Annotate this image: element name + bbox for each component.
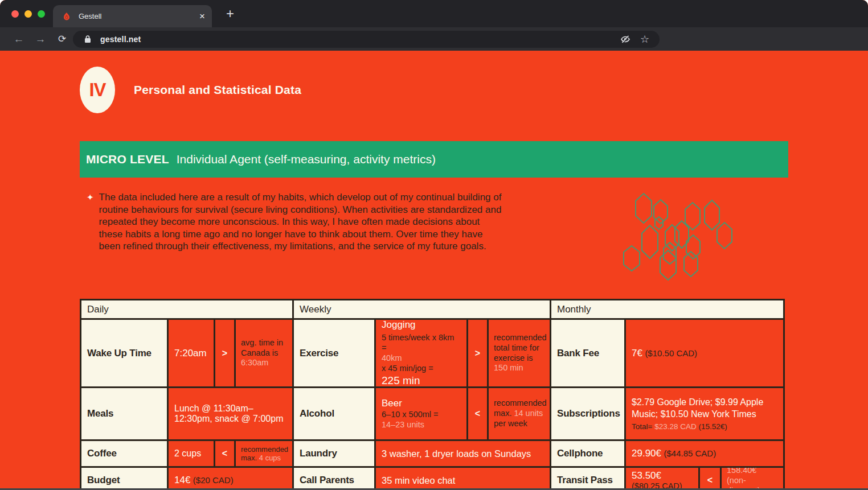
intro-paragraph: The data included here are a result of m… [99, 191, 503, 253]
new-tab-button[interactable]: + [226, 6, 234, 22]
row-label-coffee: Coffee [81, 441, 167, 466]
row-label-bank-fee: Bank Fee [551, 320, 624, 386]
transit-pass-comparator: < [700, 468, 720, 490]
browser-toolbar: ← → ⟳ gestell.net ☆ [0, 27, 868, 51]
section-numeral-badge: IV [80, 67, 115, 113]
call-parents-value: 35 min video chat [376, 468, 550, 490]
window-controls [0, 10, 45, 18]
section-numeral: IV [89, 79, 105, 101]
subscriptions-value: $2.79 Google Drive; $9.99 Apple Music; $… [626, 388, 783, 439]
coffee-value: 2 cups [169, 441, 214, 466]
webpage: IV Personal and Statistical Data MICRO L… [0, 51, 868, 490]
meals-value: Lunch @ 11:30am–12:30pm, snack @ 7:00pm [169, 388, 292, 439]
browser-tab[interactable]: Gestell × [53, 5, 212, 27]
page-title: Personal and Statistical Data [134, 83, 301, 97]
page-header: IV Personal and Statistical Data [80, 51, 788, 113]
alcohol-value: Beer 6–10 x 500ml = 14–23 units [376, 388, 466, 439]
row-label-exercise: Exercise [294, 320, 374, 386]
cellphone-value: 29.90€ ($44.85 CAD) [626, 441, 783, 466]
back-button[interactable]: ← [8, 31, 30, 48]
forward-button[interactable]: → [30, 31, 51, 48]
laundry-value: 3 washer, 1 dryer loads on Sundays [376, 441, 550, 466]
row-label-transit-pass: Transit Pass [551, 468, 624, 490]
column-header-monthly: Monthly [551, 300, 783, 318]
budget-value: 14€ ($20 CAD) [169, 468, 292, 490]
coffee-note: recommended max. 4 cups [236, 441, 292, 466]
url-text[interactable]: gestell.net [100, 35, 613, 44]
transit-pass-value: 53.50€ ($80.25 CAD) [626, 468, 698, 490]
lock-icon [81, 35, 95, 43]
maximize-window-button[interactable] [38, 10, 45, 18]
tab-strip: Gestell × + [0, 0, 868, 27]
address-bar[interactable]: gestell.net ☆ [73, 31, 660, 48]
banner-level-label: MICRO LEVEL [86, 153, 169, 166]
row-label-budget: Budget [81, 468, 167, 490]
wake-up-comparator: > [215, 320, 234, 386]
tab-title: Gestell [79, 12, 194, 20]
exercise-comparator: > [468, 320, 487, 386]
wake-up-value: 7:20am [169, 320, 214, 386]
column-header-daily: Daily [81, 300, 292, 318]
micro-level-banner: MICRO LEVEL Individual Agent (self-measu… [80, 141, 788, 178]
minimize-window-button[interactable] [24, 10, 32, 18]
close-window-button[interactable] [11, 10, 19, 18]
favicon-flame-icon [60, 12, 73, 21]
row-label-wake-up-time: Wake Up Time [81, 320, 167, 386]
row-label-call-parents: Call Parents [294, 468, 374, 490]
row-label-subscriptions: Subscriptions [551, 388, 624, 439]
row-label-alcohol: Alcohol [294, 388, 374, 439]
wake-up-note: avg. time in Canada is 6:30am [236, 320, 292, 386]
tab-close-icon[interactable]: × [199, 11, 205, 21]
monthly-table: Monthly Bank Fee 7€ ($10.50 CAD) Subscri… [550, 299, 785, 490]
coffee-comparator: < [215, 441, 234, 466]
sparkle-icon: ✦ [87, 191, 94, 253]
exercise-value: Jogging 5 times/week x 8km = 40km x 45 m… [376, 320, 466, 386]
browser-window: Gestell × + ← → ⟳ gestell.net [0, 0, 868, 490]
banner-subtitle: Individual Agent (self-measuring, activi… [177, 153, 436, 166]
reload-button[interactable]: ⟳ [51, 31, 73, 48]
hexagon-pattern [615, 187, 746, 283]
exercise-note: recommended total time for exercise is 1… [489, 320, 550, 386]
daily-table: Daily Wake Up Time 7:20am > avg. time in… [80, 299, 294, 490]
intro-section: ✦ The data included here are a result of… [80, 178, 788, 299]
column-header-weekly: Weekly [294, 300, 550, 318]
row-label-cellphone: Cellphone [551, 441, 624, 466]
row-label-meals: Meals [81, 388, 167, 439]
row-label-laundry: Laundry [294, 441, 374, 466]
bank-fee-value: 7€ ($10.50 CAD) [626, 320, 783, 386]
transit-pass-note: 158.40€ (non-discount) [722, 468, 783, 490]
weekly-table: Weekly Exercise Jogging 5 times/week x 8… [292, 299, 551, 490]
alcohol-note: recommended max. 14 units per week [489, 388, 550, 439]
eye-slash-icon[interactable] [619, 34, 632, 45]
bookmark-star-icon[interactable]: ☆ [638, 33, 652, 46]
alcohol-comparator: < [468, 388, 487, 439]
metrics-table: Daily Wake Up Time 7:20am > avg. time in… [80, 299, 788, 490]
